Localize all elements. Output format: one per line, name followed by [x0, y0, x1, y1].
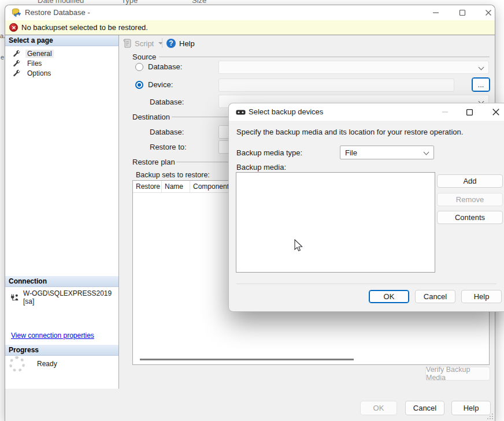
- backup-media-label: Backup media:: [236, 163, 286, 172]
- sidebar-item-files[interactable]: Files: [5, 58, 118, 68]
- resize-grip[interactable]: [487, 413, 493, 419]
- chevron-down-icon: [479, 65, 484, 70]
- progress-spinner-icon: [9, 356, 25, 372]
- group-divider: [159, 57, 490, 57]
- modal-close-button[interactable]: [486, 105, 504, 120]
- restore-database-icon: [12, 8, 21, 17]
- backup-sets-label: Backup sets to restore:: [136, 171, 210, 179]
- maximize-icon: [459, 9, 466, 16]
- modal-title-bar[interactable]: Select backup devices: [229, 103, 504, 121]
- sidebar-item-label: Files: [25, 59, 43, 68]
- sidebar-item-label: Options: [25, 69, 53, 77]
- help-icon: ?: [166, 39, 176, 48]
- title-bar[interactable]: Restore Database -: [5, 5, 495, 20]
- script-button[interactable]: Script: [123, 37, 163, 50]
- bg-column-size: Size: [192, 0, 206, 5]
- bg-column-type: Type: [121, 0, 138, 5]
- select-backup-devices-dialog: Select backup devices Specify the backup…: [228, 103, 504, 312]
- close-icon: [492, 108, 500, 116]
- bg-column-date-modified: Date modified: [38, 0, 84, 5]
- database-radio[interactable]: [135, 63, 143, 71]
- grid-column-restore[interactable]: Restore: [133, 181, 162, 192]
- source-group-label: Source: [132, 53, 156, 61]
- mouse-cursor: [294, 239, 304, 253]
- backup-media-type-combobox[interactable]: File: [340, 146, 434, 159]
- warning-message: No backupset selected to be restored.: [21, 23, 148, 32]
- sidebar-item-options[interactable]: Options: [5, 68, 118, 78]
- destination-group-label: Destination: [132, 113, 170, 121]
- chevron-down-icon: [424, 150, 429, 155]
- backup-media-type-label: Backup media type:: [236, 148, 302, 157]
- modal-window-title: Select backup devices: [249, 103, 323, 121]
- chevron-down-icon[interactable]: [158, 42, 163, 44]
- help-label: Help: [179, 39, 195, 48]
- database-radio-label: Database:: [148, 62, 182, 71]
- device-path-field[interactable]: [218, 79, 454, 92]
- sidebar-item-label: General: [25, 50, 54, 58]
- backup-media-listbox[interactable]: [236, 172, 435, 273]
- script-icon: [123, 39, 132, 48]
- restore-to-label: Restore to:: [150, 143, 187, 151]
- cancel-button[interactable]: Cancel: [405, 401, 444, 415]
- screen: Date modified Type Size a. e Restore Dat…: [0, 0, 504, 421]
- backup-device-icon: [236, 110, 246, 115]
- progress-header: Progress: [5, 345, 118, 356]
- select-a-page-header: Select a page: [5, 35, 118, 46]
- device-radio[interactable]: [135, 81, 143, 89]
- verify-backup-media-button[interactable]: Verify Backup Media: [425, 367, 490, 381]
- contents-button[interactable]: Contents: [437, 211, 503, 224]
- backup-media-type-value: File: [345, 148, 357, 157]
- grid-column-name[interactable]: Name: [162, 181, 190, 192]
- window-title: Restore Database -: [25, 5, 90, 20]
- maximize-icon: [466, 109, 473, 116]
- toolbar-separator: [162, 38, 162, 48]
- close-button[interactable]: [478, 5, 499, 20]
- modal-maximize-button[interactable]: [459, 105, 480, 120]
- minimize-icon: [432, 9, 439, 16]
- background-text-fragment: e: [1, 54, 4, 61]
- modal-ok-button[interactable]: OK: [369, 290, 409, 303]
- connection-row: W-OGD\SQLEXPRESS2019 [sa]: [10, 289, 118, 305]
- modal-description: Specify the backup media and its locatio…: [236, 128, 463, 136]
- view-connection-properties-link[interactable]: View connection properties: [11, 331, 94, 340]
- wrench-icon: [13, 59, 21, 68]
- device-radio-label: Device:: [148, 80, 173, 89]
- wrench-icon: [13, 50, 21, 58]
- add-button[interactable]: Add: [437, 174, 503, 188]
- sidebar: Select a page General Files Options Conn…: [5, 35, 119, 389]
- restore-plan-group-label: Restore plan: [132, 158, 175, 166]
- remove-button[interactable]: Remove: [437, 193, 503, 206]
- modal-help-button[interactable]: Help: [461, 290, 502, 303]
- horizontal-scrollbar[interactable]: [140, 359, 354, 360]
- progress-status: Ready: [37, 360, 57, 368]
- wrench-icon: [13, 69, 21, 77]
- toolbar: Script ? Help: [119, 35, 495, 51]
- modal-minimize-button: [435, 105, 455, 120]
- minimize-button[interactable]: [425, 5, 446, 20]
- modal-divider: [236, 284, 496, 284]
- minimize-icon: [442, 109, 449, 116]
- help-button[interactable]: Help: [451, 401, 491, 415]
- script-label: Script: [135, 39, 154, 48]
- help-toolbar-button[interactable]: ? Help: [166, 37, 195, 50]
- destination-database-label: Database:: [150, 128, 184, 136]
- source-database-combobox[interactable]: [218, 61, 489, 74]
- ok-button[interactable]: OK: [360, 401, 397, 415]
- browse-devices-button[interactable]: ...: [472, 77, 490, 92]
- modal-cancel-button[interactable]: Cancel: [415, 290, 455, 303]
- error-icon: [9, 23, 18, 32]
- device-database-label: Database:: [150, 98, 184, 106]
- connection-icon: [10, 293, 19, 302]
- maximize-button[interactable]: [452, 5, 473, 20]
- warning-bar: No backupset selected to be restored.: [5, 20, 495, 35]
- connection-name: W-OGD\SQLEXPRESS2019 [sa]: [23, 289, 118, 305]
- sidebar-item-general[interactable]: General: [5, 49, 118, 58]
- close-icon: [485, 9, 492, 16]
- connection-header: Connection: [5, 276, 118, 287]
